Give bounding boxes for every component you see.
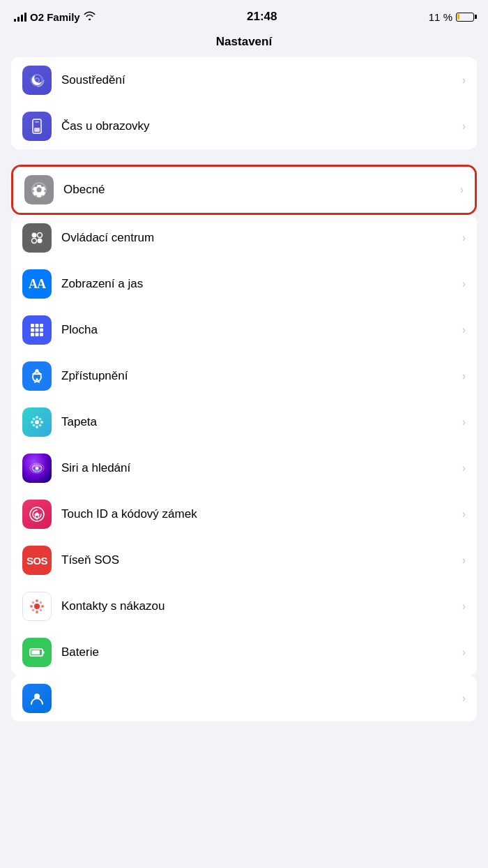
- siri-label: Siri a hledání: [61, 461, 462, 475]
- sidebar-item-touch-id[interactable]: Touch ID a kódový zámek ›: [11, 491, 477, 537]
- tapeta-chevron: ›: [462, 416, 466, 428]
- svg-point-36: [30, 605, 33, 608]
- soustredeni-chevron: ›: [462, 74, 466, 87]
- svg-point-5: [32, 239, 37, 244]
- svg-point-38: [32, 601, 35, 604]
- sidebar-item-kontakty-s-nakazou[interactable]: Kontakty s nákazou ›: [11, 583, 477, 629]
- svg-point-26: [33, 418, 36, 421]
- tisen-sos-icon: SOS: [22, 546, 52, 575]
- zobrazeni-a-jas-chevron: ›: [462, 278, 466, 290]
- tapeta-label: Tapeta: [61, 415, 462, 429]
- svg-point-17: [33, 372, 41, 382]
- sidebar-item-siri[interactable]: Siri a hledání ›: [11, 445, 477, 491]
- sidebar-item-plocha[interactable]: Plocha ›: [11, 307, 477, 353]
- sidebar-item-tapeta[interactable]: Tapeta ›: [11, 399, 477, 445]
- svg-point-6: [38, 239, 43, 244]
- tisen-sos-chevron: ›: [462, 554, 466, 567]
- svg-point-34: [36, 599, 38, 602]
- group2-container: Obecné › Ovládací centrum › AA Zobrazení…: [11, 165, 477, 675]
- obecne-label: Obecné: [63, 183, 460, 197]
- svg-point-32: [36, 467, 39, 470]
- svg-rect-13: [31, 333, 34, 336]
- touch-id-label: Touch ID a kódový zámek: [61, 507, 462, 521]
- svg-rect-12: [40, 329, 43, 332]
- sidebar-item-cas-u-obrazovky[interactable]: Čas u obrazovky ›: [11, 103, 477, 149]
- svg-rect-2: [35, 121, 39, 123]
- zobrazeni-a-jas-label: Zobrazení a jas: [61, 277, 462, 291]
- tapeta-icon: [22, 407, 52, 437]
- svg-rect-8: [36, 324, 39, 327]
- ovladaci-centrum-label: Ovládací centrum: [61, 231, 462, 245]
- svg-point-29: [39, 424, 42, 427]
- sidebar-item-baterie[interactable]: Baterie ›: [11, 629, 477, 675]
- zpristupneni-label: Zpřístupnění: [61, 369, 462, 383]
- settings-group-3-partial: ... ›: [11, 675, 477, 721]
- obecne-highlight: Obecné ›: [11, 165, 477, 215]
- sidebar-item-zobrazeni-a-jas[interactable]: AA Zobrazení a jas ›: [11, 261, 477, 307]
- siri-chevron: ›: [462, 462, 466, 474]
- ovladaci-centrum-chevron: ›: [462, 232, 466, 244]
- svg-rect-10: [31, 329, 34, 332]
- plocha-icon: [22, 315, 52, 345]
- settings-group-2-rest: Ovládací centrum › AA Zobrazení a jas ›: [11, 215, 477, 675]
- ovladaci-centrum-icon: [22, 223, 52, 253]
- sidebar-item-tisen-sos[interactable]: SOS Tíseň SOS ›: [11, 537, 477, 583]
- touch-id-chevron: ›: [462, 508, 466, 521]
- svg-point-27: [39, 418, 42, 421]
- obecne-icon: [24, 175, 54, 204]
- sidebar-item-partial[interactable]: ... ›: [11, 675, 477, 721]
- svg-rect-11: [36, 329, 39, 332]
- zpristupneni-chevron: ›: [462, 370, 466, 382]
- status-left: O2 Family: [14, 11, 96, 23]
- sidebar-item-obecne[interactable]: Obecné ›: [13, 167, 475, 213]
- partial-icon: [22, 684, 52, 713]
- signal-bars-icon: [14, 12, 26, 22]
- svg-rect-14: [36, 333, 39, 336]
- baterie-chevron: ›: [462, 646, 466, 659]
- soustredeni-label: Soustředění: [61, 73, 462, 87]
- zpristupneni-icon: [22, 361, 52, 391]
- svg-point-23: [36, 426, 38, 428]
- tisen-sos-label: Tíseň SOS: [61, 553, 462, 567]
- svg-point-40: [32, 609, 35, 612]
- svg-point-3: [32, 233, 37, 238]
- soustredeni-icon: [22, 66, 52, 95]
- svg-point-28: [33, 424, 36, 427]
- status-bar: O2 Family 21:48 11 %: [0, 0, 488, 29]
- partial-chevron: ›: [462, 692, 466, 705]
- svg-rect-9: [40, 324, 43, 327]
- siri-icon: [22, 454, 52, 483]
- kontakty-s-nakazou-icon: [22, 592, 52, 621]
- cas-u-obrazovky-icon: [22, 112, 52, 141]
- carrier-label: O2 Family: [30, 11, 80, 23]
- svg-point-22: [36, 416, 38, 419]
- sidebar-item-soustredeni[interactable]: Soustředění ›: [11, 57, 477, 103]
- obecne-chevron: ›: [460, 184, 464, 196]
- status-right: 11 %: [429, 11, 474, 23]
- svg-rect-15: [40, 333, 43, 336]
- svg-point-21: [35, 420, 39, 424]
- sidebar-item-ovladaci-centrum[interactable]: Ovládací centrum ›: [11, 215, 477, 261]
- cas-u-obrazovky-label: Čas u obrazovky: [61, 119, 462, 133]
- sidebar-item-zpristupneni[interactable]: Zpřístupnění ›: [11, 353, 477, 399]
- svg-point-25: [40, 421, 43, 424]
- svg-rect-43: [43, 651, 45, 654]
- page-title: Nastavení: [0, 29, 488, 57]
- kontakty-s-nakazou-label: Kontakty s nákazou: [61, 599, 462, 613]
- svg-point-39: [40, 601, 43, 604]
- cas-u-obrazovky-chevron: ›: [462, 120, 466, 133]
- svg-point-35: [36, 611, 38, 613]
- settings-group-1: Soustředění › Čas u obrazovky ›: [11, 57, 477, 149]
- svg-rect-44: [31, 650, 40, 654]
- svg-point-41: [40, 609, 43, 612]
- svg-rect-7: [31, 324, 34, 327]
- svg-point-4: [38, 233, 43, 238]
- baterie-label: Baterie: [61, 645, 462, 659]
- partial-label: ...: [61, 691, 462, 705]
- svg-rect-1: [34, 128, 40, 132]
- battery-percent: 11 %: [429, 11, 452, 23]
- svg-point-33: [34, 604, 40, 609]
- kontakty-s-nakazou-chevron: ›: [462, 600, 466, 613]
- battery-icon: [456, 13, 474, 22]
- svg-point-37: [41, 605, 44, 608]
